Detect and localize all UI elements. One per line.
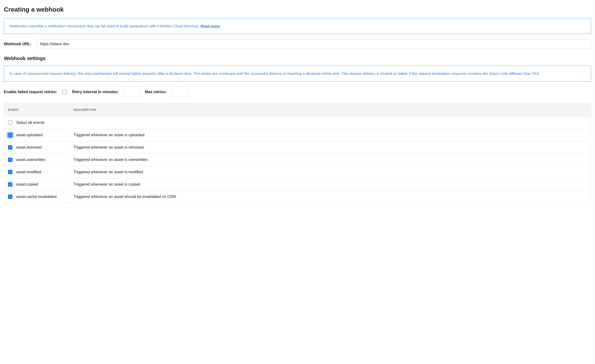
event-checkbox[interactable] xyxy=(8,182,12,187)
event-description: Triggered whenever an asset is overwritt… xyxy=(70,153,591,166)
event-name: asset.cache.invalidated xyxy=(16,195,56,199)
event-name: asset.uploaded xyxy=(16,133,43,137)
table-row: asset.copiedTriggered whenever an asset … xyxy=(4,178,591,190)
table-row: asset.cache.invalidatedTriggered wheneve… xyxy=(4,190,591,203)
retry-info-box: In case of unsuccessful request delivery… xyxy=(4,66,591,81)
event-description: Triggered whenever an asset should be in… xyxy=(70,190,591,203)
enable-retries-label: Enable failed request retries: xyxy=(4,90,57,94)
webhooks-info-text: Webhooks resemble a notification mechani… xyxy=(9,24,201,28)
event-name: asset.overwritten xyxy=(16,158,46,162)
webhook-settings-title: Webhook settings xyxy=(4,56,591,61)
table-header-event: EVENT xyxy=(4,103,70,116)
event-description: Triggered whenever an asset is modified. xyxy=(70,166,591,178)
settings-row: Enable failed request retries: Retry int… xyxy=(4,87,591,97)
select-all-label: Select all events xyxy=(16,121,45,125)
max-retries-label: Max retries: xyxy=(145,90,167,94)
event-description: Triggered whenever an asset is removed. xyxy=(70,141,591,153)
select-all-checkbox[interactable] xyxy=(8,121,12,125)
retry-interval-label: Retry interval in minutes: xyxy=(72,90,119,94)
table-row: asset.removedTriggered whenever an asset… xyxy=(4,141,591,153)
table-row: asset.modifiedTriggered whenever an asse… xyxy=(4,166,591,178)
event-name: asset.copied xyxy=(16,182,38,187)
webhook-url-row: Webhook URL: xyxy=(4,39,591,49)
event-description: Triggered whenever an asset is copied. xyxy=(70,178,591,190)
table-header-description: DESCRIPTION xyxy=(70,103,591,116)
event-checkbox[interactable] xyxy=(8,158,12,162)
event-checkbox[interactable] xyxy=(8,195,12,199)
event-checkbox[interactable] xyxy=(8,145,12,150)
event-name: asset.removed xyxy=(16,145,42,150)
webhooks-info-box: Webhooks resemble a notification mechani… xyxy=(4,18,591,34)
event-name: asset.modified xyxy=(16,170,41,174)
table-row: asset.uploadedTriggered whenever an asse… xyxy=(4,129,591,141)
event-description: Triggered whenever an asset is uploaded. xyxy=(70,129,591,141)
read-more-link[interactable]: Read more xyxy=(201,24,220,28)
event-checkbox[interactable] xyxy=(8,133,12,137)
enable-retries-checkbox[interactable] xyxy=(63,90,67,94)
event-checkbox[interactable] xyxy=(8,170,12,174)
webhooks-info-period: . xyxy=(220,24,221,28)
page-title: Creating a webhook xyxy=(4,6,591,13)
table-row: asset.overwrittenTriggered whenever an a… xyxy=(4,153,591,166)
events-table: EVENT DESCRIPTION Select all events asse… xyxy=(4,103,591,203)
select-all-row: Select all events xyxy=(4,116,591,129)
max-retries-input[interactable] xyxy=(172,87,188,97)
webhook-url-input[interactable] xyxy=(37,39,591,49)
webhook-url-label: Webhook URL: xyxy=(4,42,31,46)
retry-interval-input[interactable] xyxy=(124,87,140,97)
